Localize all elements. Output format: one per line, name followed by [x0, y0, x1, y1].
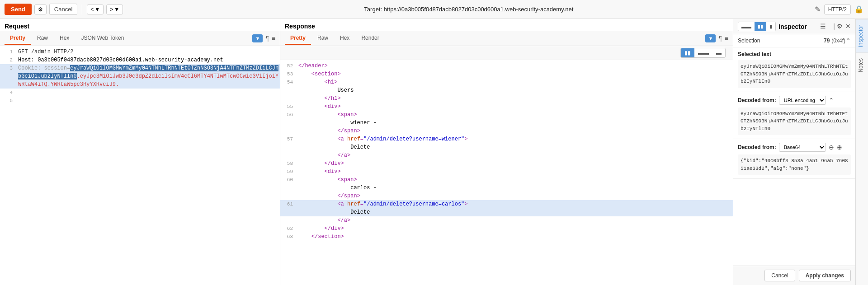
tab-jwt-request[interactable]: JSON Web Token	[75, 32, 129, 45]
cancel-button[interactable]: Cancel	[49, 4, 77, 15]
decoded-1-chevron-icon[interactable]: ⌃	[829, 97, 834, 104]
tab-hex-response[interactable]: Hex	[335, 32, 355, 45]
inspector-split-icon[interactable]: ⎹	[829, 23, 834, 30]
inspector-view-toggle: ▬▬ ▮▮ ▮	[738, 22, 776, 31]
inspector-spacer	[733, 179, 855, 266]
ivt-split-button[interactable]: ▮▮	[755, 22, 766, 31]
view-split-button[interactable]: ▮▮	[681, 48, 694, 57]
tab-raw-request[interactable]: Raw	[32, 32, 53, 45]
selected-text-title: Selected text	[738, 51, 851, 57]
resp-line-61: 61 <a href="/admin/delete?username=carlo…	[280, 200, 733, 208]
inspector-icon-bar: ☰ ⎹ ⚙ ✕	[820, 23, 851, 30]
resp-line-56c: </span>	[280, 127, 733, 135]
request-line-4: 4	[0, 89, 280, 97]
tab-pretty-response[interactable]: Pretty	[285, 32, 311, 45]
lock-icon: 🔒	[854, 5, 863, 14]
chevron-left-icon: <	[90, 6, 94, 13]
inspector-footer: Cancel Apply changes	[733, 266, 855, 285]
inspector-apply-button[interactable]: Apply changes	[799, 270, 851, 281]
request-tab-actions: ▼ ¶ ≡	[252, 34, 275, 42]
resp-line-52: 52 </header>	[280, 62, 733, 70]
send-button[interactable]: Send	[5, 4, 32, 15]
tab-hex-request[interactable]: Hex	[54, 32, 75, 45]
response-tab-actions: ▼ ¶ ≡	[705, 34, 728, 42]
tab-raw-response[interactable]: Raw	[312, 32, 334, 45]
resp-line-60c: </span>	[280, 192, 733, 200]
selection-count: 79	[824, 37, 830, 44]
decoded-1-value: eyJraWQiOiIOMGMwYmZmMy04NTNhLTRhNTEtOTZh…	[738, 107, 851, 135]
tab-render-response[interactable]: Render	[356, 32, 384, 45]
decoded-2-minus-icon[interactable]: ⊖	[829, 144, 834, 151]
decoded-2-plus-icon[interactable]: ⊕	[837, 144, 842, 151]
request-code-area[interactable]: 1 GET /admin HTTP/2 2 Host: 0a3b005f0487…	[0, 46, 280, 285]
ivt-list-button[interactable]: ▬▬	[738, 22, 755, 31]
response-tab-bar: Pretty Raw Hex Render ▼ ¶ ≡	[280, 31, 733, 46]
resp-line-57: 57 <a href="/admin/delete?username=wiene…	[280, 135, 733, 143]
nav-fwd-button[interactable]: > ▼	[106, 5, 123, 14]
decoded-2-row: Decoded from: Base64 URL encoding HTML ⊖…	[738, 143, 851, 152]
resp-line-61c: </a>	[280, 216, 733, 224]
main-layout: Request Pretty Raw Hex JSON Web Token ▼ …	[0, 19, 868, 285]
request-panel: Request Pretty Raw Hex JSON Web Token ▼ …	[0, 19, 280, 285]
view-full-button[interactable]: ▬	[712, 48, 725, 57]
inspector-close-icon[interactable]: ✕	[845, 23, 851, 30]
resp-line-55: 55 <div>	[280, 103, 733, 111]
decoded-1-type-select[interactable]: URL encoding Base64 HTML	[779, 96, 826, 105]
resp-line-62: 62 </div>	[280, 224, 733, 233]
decoded-2-type-select[interactable]: Base64 URL encoding HTML	[779, 143, 826, 152]
request-line-5: 5	[0, 97, 280, 105]
tab-pretty-request[interactable]: Pretty	[5, 32, 31, 45]
inspector-cancel-button[interactable]: Cancel	[764, 270, 795, 281]
resp-line-63: 63 </section>	[280, 233, 733, 241]
toolbar-right: ✎ HTTP/2 🔒	[815, 5, 863, 14]
inspector-list-icon[interactable]: ☰	[820, 23, 826, 30]
response-view-toggle: ▮▮ ▬▬ ▬	[680, 48, 726, 58]
resp-line-57c: </a>	[280, 151, 733, 159]
response-title: Response	[280, 19, 733, 31]
request-line-3: 3 Cookie: session=eyJraWQiOiIOMGMwYmZmMy…	[0, 64, 280, 89]
response-panel: Response Pretty Raw Hex Render ▼ ¶ ≡ ▮▮ …	[280, 19, 733, 285]
request-title: Request	[0, 19, 280, 31]
decoded-2-label: Decoded from:	[738, 144, 776, 150]
resp-line-60b: carlos -	[280, 184, 733, 192]
nav-back-button[interactable]: < ▼	[87, 5, 104, 14]
inspector-title: Inspector	[778, 23, 820, 30]
side-tab-notes[interactable]: Notes	[856, 52, 868, 78]
word-wrap-response-icon[interactable]: ¶	[718, 35, 722, 42]
selection-hex: (0x4f)	[831, 37, 845, 44]
chevron-right-icon: >	[110, 6, 113, 13]
resp-line-61b: Delete	[280, 208, 733, 216]
settings-button[interactable]: ⚙	[34, 5, 47, 14]
word-wrap-icon[interactable]: ¶	[265, 35, 269, 42]
selection-chevron-icon[interactable]: ⌃	[845, 37, 851, 44]
response-code-area[interactable]: 52 </header> 53 <section> 54 <h1> Users	[280, 60, 733, 285]
decoded-2-value: {"kid":"40c0bff3-853a-4a51-96a5-760851ae…	[738, 154, 851, 175]
selected-text-value: eyJraWQiOiIOMGMwYmZmMy04NTNhLTRhNTEtOTZh…	[738, 60, 851, 88]
resp-line-54b: Users	[280, 86, 733, 94]
resp-line-56b: wiener -	[280, 119, 733, 127]
side-tab-inspector[interactable]: Inspector	[856, 19, 868, 52]
inspector-panel: ▬▬ ▮▮ ▮ Inspector ☰ ⎹ ⚙ ✕ Selection 79 (…	[733, 19, 855, 285]
decoded-1-label: Decoded from:	[738, 97, 776, 103]
decoded-1-row: Decoded from: URL encoding Base64 HTML ⌃	[738, 96, 851, 105]
pretty-print-response-button[interactable]: ▼	[705, 34, 716, 42]
chevron-down-icon: ▼	[94, 6, 100, 13]
selection-row: Selection 79 (0x4f) ⌃	[733, 34, 855, 47]
resp-line-53: 53 <section>	[280, 70, 733, 78]
resp-line-54: 54 <h1>	[280, 78, 733, 86]
separator	[82, 5, 82, 14]
ivt-detail-button[interactable]: ▮	[766, 22, 775, 31]
chevron-down-icon: ▼	[114, 6, 119, 13]
decoded-2-section: Decoded from: Base64 URL encoding HTML ⊖…	[733, 139, 855, 179]
inspector-settings-icon[interactable]: ⚙	[837, 23, 843, 30]
response-menu-icon[interactable]: ≡	[725, 35, 728, 42]
resp-line-58: 58 </div>	[280, 159, 733, 168]
pretty-print-button[interactable]: ▼	[252, 34, 263, 42]
decoded-1-section: Decoded from: URL encoding Base64 HTML ⌃…	[733, 92, 855, 140]
http-version-badge[interactable]: HTTP/2	[824, 5, 851, 14]
side-tabs: Inspector Notes	[855, 19, 868, 285]
view-list-button[interactable]: ▬▬	[694, 48, 712, 57]
edit-icon[interactable]: ✎	[815, 5, 821, 14]
menu-icon[interactable]: ≡	[272, 35, 275, 42]
request-tab-bar: Pretty Raw Hex JSON Web Token ▼ ¶ ≡	[0, 31, 280, 46]
